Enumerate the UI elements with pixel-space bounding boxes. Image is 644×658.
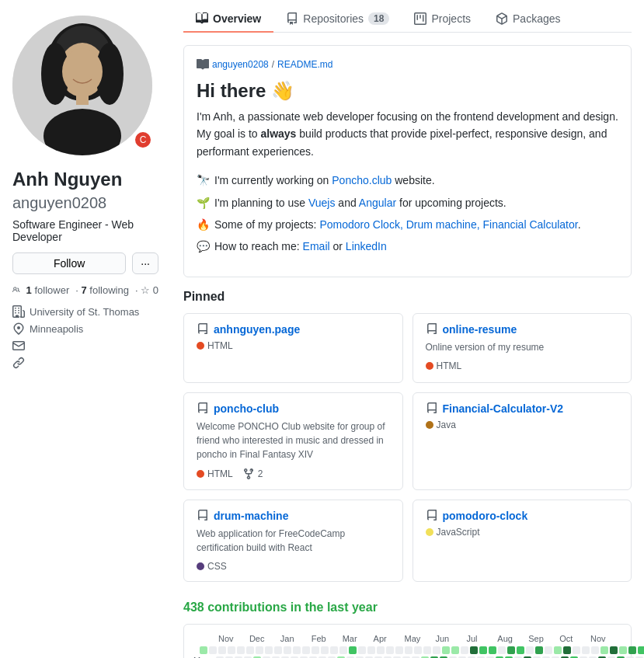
contrib-cell[interactable] (461, 646, 468, 654)
pinned-card-title[interactable]: anhnguyen.page (197, 323, 390, 336)
readme-title: Hi there 👋 (197, 80, 618, 102)
lang-label: HTML (207, 468, 233, 479)
pinned-card-meta: HTML 2 (197, 468, 390, 480)
readme-card: anguyen0208 / README.md Hi there 👋 I'm A… (183, 45, 632, 277)
lang-label: Java (437, 420, 456, 430)
contrib-cell[interactable] (526, 646, 534, 654)
contrib-cell[interactable] (535, 646, 543, 654)
contrib-cell[interactable] (367, 646, 375, 654)
contrib-cell[interactable] (293, 646, 301, 654)
pinned-card-title[interactable]: pomodoro-clock (426, 510, 619, 522)
readme-user-link[interactable]: anguyen0208 (212, 59, 269, 70)
contrib-cell[interactable] (200, 646, 207, 654)
lang-dot (197, 342, 204, 350)
pinned-card-desc: Welcome PONCHO Club website for group of… (197, 420, 390, 461)
contrib-cell[interactable] (507, 646, 515, 654)
contrib-cell[interactable] (321, 646, 329, 654)
contrib-cell[interactable] (218, 646, 226, 654)
contrib-cell[interactable] (414, 646, 422, 654)
poncho-link[interactable]: Poncho.club (332, 174, 392, 186)
contrib-cell[interactable] (386, 646, 394, 654)
contrib-cell[interactable] (358, 646, 366, 654)
contrib-cell[interactable] (545, 646, 552, 654)
telescope-icon: 🔭 (197, 172, 210, 189)
contrib-cell[interactable] (265, 646, 273, 654)
contrib-cell[interactable] (395, 646, 403, 654)
pinned-card-title[interactable]: Financial-Calculator-V2 (426, 402, 619, 415)
contrib-cell[interactable] (256, 646, 263, 654)
following-count: · 7 following (75, 284, 129, 296)
contrib-cell[interactable] (489, 646, 496, 654)
contrib-cell[interactable] (498, 646, 506, 654)
pinned-card-pomodoro: pomodoro-clock JavaScript (413, 500, 632, 582)
contrib-cell[interactable] (209, 646, 217, 654)
angular-link[interactable]: Angular (359, 197, 396, 209)
contrib-cell[interactable] (619, 646, 627, 654)
contrib-cell[interactable] (246, 646, 254, 654)
contrib-cell[interactable] (591, 646, 599, 654)
contrib-cell[interactable] (339, 646, 347, 654)
pinned-card-meta: HTML (426, 360, 619, 371)
contrib-cell[interactable] (442, 646, 450, 654)
contrib-cell[interactable] (302, 646, 310, 654)
tab-overview[interactable]: Overview (183, 6, 273, 33)
readme-file-link[interactable]: README.md (277, 59, 332, 70)
repo-small-icon (426, 323, 438, 336)
contrib-cell[interactable] (423, 646, 431, 654)
readme-intro: I'm Anh, a passionate web developer focu… (197, 108, 618, 160)
tab-repositories[interactable]: Repositories 18 (273, 6, 402, 33)
following-link[interactable]: 7 (81, 284, 86, 296)
contrib-cell[interactable] (573, 646, 580, 654)
contrib-cell[interactable] (554, 646, 562, 654)
contrib-cell[interactable] (312, 646, 319, 654)
university-label: University of St. Thomas (30, 306, 139, 318)
contrib-cell[interactable] (479, 646, 487, 654)
vuejs-link[interactable]: Vuejs (308, 197, 336, 209)
tab-projects[interactable]: Projects (402, 6, 483, 33)
contrib-cell[interactable] (470, 646, 478, 654)
contrib-cell[interactable] (405, 646, 413, 654)
contrib-cell[interactable] (349, 646, 357, 654)
follow-button[interactable]: Follow (12, 252, 126, 274)
readme-header: anguyen0208 / README.md (197, 58, 618, 71)
more-button[interactable]: ··· (132, 252, 158, 274)
contrib-cell[interactable] (330, 646, 338, 654)
contrib-cell[interactable] (228, 646, 235, 654)
month-labels: Nov Dec Jan Feb Mar Apr May Jun Jul Aug … (193, 634, 621, 643)
pinned-card-meta: Java (426, 420, 619, 430)
speech-icon: 💬 (197, 238, 210, 255)
contrib-cell[interactable] (377, 646, 385, 654)
contributions-section: 438 contributions in the last year Nov D… (183, 601, 632, 658)
contrib-cell[interactable] (628, 646, 636, 654)
contrib-cell[interactable] (433, 646, 440, 654)
pinned-card-title[interactable]: online-resume (426, 323, 619, 336)
month-label: Apr (374, 634, 405, 643)
linkedin-link[interactable]: LinkedIn (346, 240, 387, 252)
pinned-card-title[interactable]: drum-machine (197, 510, 390, 522)
contrib-cell[interactable] (600, 646, 608, 654)
followers-count: 1 follower (26, 284, 70, 296)
repo-icon (286, 12, 298, 25)
follow-row: Follow ··· (12, 252, 158, 274)
contrib-cell[interactable] (237, 646, 245, 654)
contrib-suffix: in the last year (291, 601, 378, 614)
pinned-card-title[interactable]: poncho-club (197, 402, 390, 415)
repo-small-icon (426, 510, 438, 522)
contrib-cell[interactable] (610, 646, 618, 654)
projects-link[interactable]: Pomodoro Clock, Drum machine, Financial … (319, 218, 577, 231)
user-name: Anh Nguyen (12, 168, 158, 191)
month-label: Oct (559, 634, 590, 643)
contrib-cell[interactable] (563, 646, 571, 654)
contrib-cell[interactable] (638, 646, 644, 654)
location-icon (12, 322, 25, 335)
tab-packages[interactable]: Packages (483, 6, 573, 33)
contrib-cell[interactable] (284, 646, 291, 654)
contrib-cell[interactable] (582, 646, 590, 654)
email-link[interactable]: Email (303, 240, 330, 252)
contrib-cell[interactable] (274, 646, 282, 654)
month-label: Nov (218, 634, 249, 643)
contrib-cell[interactable] (451, 646, 459, 654)
contrib-cell[interactable] (517, 646, 524, 654)
month-label: Jun (435, 634, 466, 643)
followers-link[interactable]: 1 (26, 284, 32, 296)
